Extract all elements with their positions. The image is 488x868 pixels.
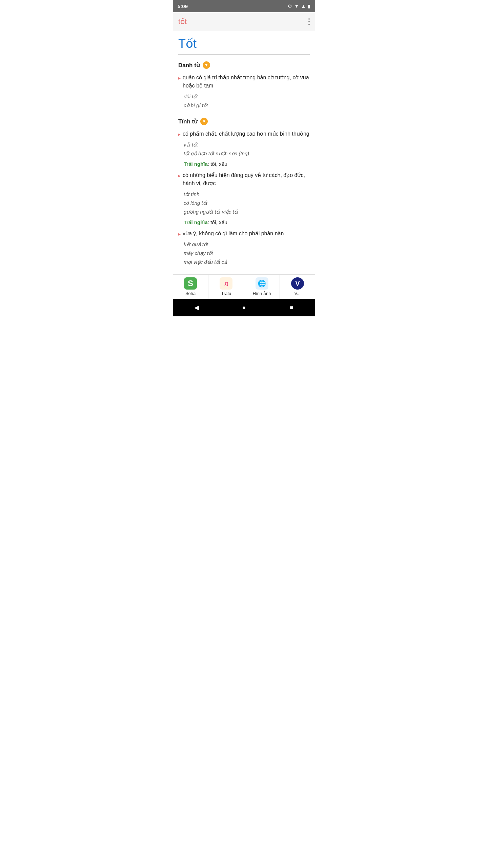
bottom-item-tratu[interactable]: ♫ Tratu [208, 275, 244, 299]
example-1-1: đôi tốt [184, 93, 310, 101]
menu-dot-2 [308, 21, 310, 22]
pos-icon-danh-tu: ▼ [203, 61, 210, 69]
def-text-1: quân có giá trị thấp nhất trong bàn cờ t… [183, 74, 310, 90]
pos-icon-tinh-tu: ▼ [200, 118, 208, 125]
definition-1: ▸ quân có giá trị thấp nhất trong bàn cờ… [178, 74, 310, 90]
gear-icon: ⚙ [288, 3, 292, 9]
examples-4: kết quả tốt máy chạy tốt mọi việc đều tố… [184, 240, 310, 266]
def-text-2: có phẩm chất, chất lượng cao hơn mức bìn… [183, 130, 310, 138]
definition-4: ▸ vừa ý, không có gì làm cho phải phàn n… [178, 230, 310, 238]
definition-2: ▸ có phẩm chất, chất lượng cao hơn mức b… [178, 130, 310, 138]
example-4-3: mọi việc đều tốt cả [184, 258, 310, 266]
example-4-2: máy chạy tốt [184, 249, 310, 257]
section-tinh-tu: Tính từ ▼ ▸ có phẩm chất, chất lượng cao… [178, 118, 310, 266]
menu-dot-3 [308, 24, 310, 25]
examples-1: đôi tốt cờ bí gí tốt [184, 93, 310, 110]
vdict-label: V... [294, 291, 301, 296]
antonym-2: Trái nghĩa: tồi, xấu [184, 219, 310, 225]
example-3-2: có lòng tốt [184, 199, 310, 207]
hinhanh-icon: 🌐 [256, 277, 268, 290]
antonym-1: Trái nghĩa: tồi, xấu [184, 161, 310, 167]
nav-bar [173, 299, 315, 316]
def-arrow-2: ▸ [178, 131, 181, 138]
divider [178, 54, 310, 55]
hinhanh-label: Hình ảnh [253, 291, 271, 296]
antonym-label-2: Trái nghĩa [184, 219, 208, 225]
examples-2: vải tốt tốt gỗ hơn tốt nước sơn (tng) [184, 141, 310, 158]
def-arrow-4: ▸ [178, 231, 181, 238]
def-arrow-3: ▸ [178, 172, 181, 179]
example-3-1: tốt tính [184, 190, 310, 198]
pos-danh-tu: Danh từ ▼ [178, 61, 310, 69]
soha-icon: S [184, 277, 197, 290]
examples-3: tốt tính có lòng tốt gương người tốt việ… [184, 190, 310, 216]
pos-label-danh-tu: Danh từ [178, 62, 200, 69]
wifi-icon: ▼ [294, 3, 299, 9]
app-bar-title: tốt [178, 17, 187, 26]
example-1-2: cờ bí gí tốt [184, 101, 310, 110]
menu-dot-1 [308, 18, 310, 20]
bottom-item-vdict[interactable]: V V... [280, 275, 315, 299]
example-3-3: gương người tốt việc tốt [184, 208, 310, 216]
nav-home-button[interactable] [234, 301, 254, 314]
example-2-1: vải tốt [184, 141, 310, 149]
vdict-icon: V [291, 277, 304, 290]
word-title: Tốt [178, 37, 310, 51]
antonym-text-1: : tồi, xấu [208, 161, 227, 167]
pos-tinh-tu: Tính từ ▼ [178, 118, 310, 125]
bottom-item-soha[interactable]: S Soha [173, 275, 208, 299]
battery-icon: ▮ [308, 3, 310, 9]
example-2-2: tốt gỗ hơn tốt nước sơn (tng) [184, 150, 310, 158]
def-text-4: vừa ý, không có gì làm cho phải phàn nàn [183, 230, 310, 238]
status-time: 5:09 [178, 3, 188, 9]
soha-label: Soha [185, 291, 196, 296]
section-danh-tu: Danh từ ▼ ▸ quân có giá trị thấp nhất tr… [178, 61, 310, 110]
pos-label-tinh-tu: Tính từ [178, 118, 198, 125]
menu-button[interactable] [308, 18, 310, 25]
tratu-label: Tratu [221, 291, 231, 296]
nav-recent-button[interactable] [281, 301, 302, 314]
example-4-1: kết quả tốt [184, 240, 310, 249]
def-arrow-1: ▸ [178, 75, 181, 82]
antonym-text-2: : tồi, xấu [208, 219, 227, 225]
signal-icon: ▲ [301, 3, 306, 9]
status-icons: ⚙ ▼ ▲ ▮ [288, 3, 310, 9]
tratu-icon: ♫ [220, 277, 232, 290]
content-area: Tốt Danh từ ▼ ▸ quân có giá trị thấp nhấ… [173, 31, 315, 274]
def-text-3: có những biểu hiện đáng quý về tư cách, … [183, 171, 310, 188]
definition-3: ▸ có những biểu hiện đáng quý về tư cách… [178, 171, 310, 188]
bottom-bar: S Soha ♫ Tratu 🌐 Hình ảnh V V... [173, 274, 315, 299]
antonym-label-1: Trái nghĩa [184, 161, 208, 167]
bottom-item-hinhanh[interactable]: 🌐 Hình ảnh [244, 275, 280, 299]
status-bar: 5:09 ⚙ ▼ ▲ ▮ [173, 0, 315, 12]
nav-back-button[interactable] [186, 301, 207, 314]
app-bar: tốt [173, 12, 315, 31]
